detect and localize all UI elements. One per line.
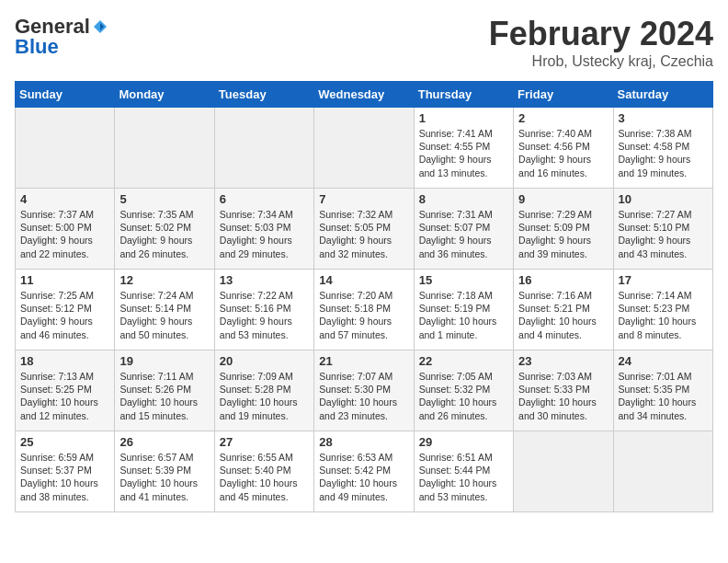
calendar-cell: 2Sunrise: 7:40 AM Sunset: 4:56 PM Daylig… bbox=[514, 108, 613, 189]
logo-icon bbox=[92, 18, 108, 35]
day-number: 16 bbox=[518, 273, 608, 287]
day-info: Sunrise: 6:55 AM Sunset: 5:40 PM Dayligh… bbox=[220, 451, 309, 503]
day-of-week-header: Sunday bbox=[16, 82, 115, 108]
day-info: Sunrise: 7:14 AM Sunset: 5:23 PM Dayligh… bbox=[619, 289, 708, 341]
day-number: 24 bbox=[619, 354, 708, 368]
day-info: Sunrise: 7:29 AM Sunset: 5:09 PM Dayligh… bbox=[518, 208, 608, 260]
day-info: Sunrise: 7:35 AM Sunset: 5:02 PM Dayligh… bbox=[119, 208, 209, 260]
day-info: Sunrise: 7:03 AM Sunset: 5:33 PM Dayligh… bbox=[518, 370, 608, 422]
day-info: Sunrise: 7:27 AM Sunset: 5:10 PM Dayligh… bbox=[619, 208, 708, 260]
calendar-cell bbox=[314, 108, 414, 189]
day-number: 19 bbox=[119, 354, 209, 368]
day-number: 12 bbox=[119, 273, 209, 287]
calendar-cell: 25Sunrise: 6:59 AM Sunset: 5:37 PM Dayli… bbox=[16, 431, 115, 512]
day-number: 26 bbox=[119, 435, 209, 449]
day-number: 23 bbox=[518, 354, 608, 368]
calendar-cell: 7Sunrise: 7:32 AM Sunset: 5:05 PM Daylig… bbox=[314, 189, 414, 270]
day-info: Sunrise: 7:05 AM Sunset: 5:32 PM Dayligh… bbox=[419, 370, 508, 422]
day-number: 14 bbox=[319, 273, 408, 287]
calendar-cell: 15Sunrise: 7:18 AM Sunset: 5:19 PM Dayli… bbox=[414, 270, 513, 350]
day-number: 28 bbox=[319, 435, 408, 449]
day-number: 15 bbox=[419, 273, 508, 287]
calendar-cell: 5Sunrise: 7:35 AM Sunset: 5:02 PM Daylig… bbox=[115, 189, 214, 270]
calendar-cell: 14Sunrise: 7:20 AM Sunset: 5:18 PM Dayli… bbox=[314, 270, 414, 350]
calendar-cell: 16Sunrise: 7:16 AM Sunset: 5:21 PM Dayli… bbox=[514, 270, 613, 350]
day-number: 9 bbox=[518, 192, 608, 206]
calendar-week-row: 4Sunrise: 7:37 AM Sunset: 5:00 PM Daylig… bbox=[16, 189, 713, 270]
page-header: General Blue February 2024 Hrob, Ustecky… bbox=[15, 15, 713, 70]
calendar-cell: 11Sunrise: 7:25 AM Sunset: 5:12 PM Dayli… bbox=[16, 270, 115, 350]
day-number: 25 bbox=[20, 435, 109, 449]
calendar-week-row: 1Sunrise: 7:41 AM Sunset: 4:55 PM Daylig… bbox=[16, 108, 713, 189]
day-info: Sunrise: 7:38 AM Sunset: 4:58 PM Dayligh… bbox=[619, 127, 708, 179]
day-info: Sunrise: 7:13 AM Sunset: 5:25 PM Dayligh… bbox=[20, 370, 109, 422]
day-number: 11 bbox=[20, 273, 109, 287]
day-number: 5 bbox=[119, 192, 209, 206]
day-number: 3 bbox=[619, 111, 708, 125]
calendar-cell: 18Sunrise: 7:13 AM Sunset: 5:25 PM Dayli… bbox=[16, 350, 115, 431]
calendar-cell: 12Sunrise: 7:24 AM Sunset: 5:14 PM Dayli… bbox=[115, 270, 214, 350]
logo: General Blue bbox=[15, 15, 108, 59]
day-info: Sunrise: 7:31 AM Sunset: 5:07 PM Dayligh… bbox=[419, 208, 508, 260]
day-of-week-header: Monday bbox=[115, 82, 214, 108]
calendar-cell bbox=[514, 431, 613, 512]
day-info: Sunrise: 7:09 AM Sunset: 5:28 PM Dayligh… bbox=[220, 370, 309, 422]
day-number: 2 bbox=[518, 111, 608, 125]
day-info: Sunrise: 7:07 AM Sunset: 5:30 PM Dayligh… bbox=[319, 370, 408, 422]
day-info: Sunrise: 6:51 AM Sunset: 5:44 PM Dayligh… bbox=[419, 451, 508, 503]
logo-blue-text: Blue bbox=[15, 35, 59, 59]
calendar-cell bbox=[16, 108, 115, 189]
day-info: Sunrise: 7:40 AM Sunset: 4:56 PM Dayligh… bbox=[518, 127, 608, 179]
day-number: 20 bbox=[220, 354, 309, 368]
calendar-cell: 1Sunrise: 7:41 AM Sunset: 4:55 PM Daylig… bbox=[414, 108, 513, 189]
day-number: 4 bbox=[20, 192, 109, 206]
day-info: Sunrise: 7:22 AM Sunset: 5:16 PM Dayligh… bbox=[220, 289, 309, 341]
day-number: 18 bbox=[20, 354, 109, 368]
day-number: 1 bbox=[419, 111, 508, 125]
day-info: Sunrise: 6:59 AM Sunset: 5:37 PM Dayligh… bbox=[20, 451, 109, 503]
calendar-cell: 13Sunrise: 7:22 AM Sunset: 5:16 PM Dayli… bbox=[214, 270, 313, 350]
calendar-cell: 20Sunrise: 7:09 AM Sunset: 5:28 PM Dayli… bbox=[214, 350, 313, 431]
calendar-table: SundayMondayTuesdayWednesdayThursdayFrid… bbox=[15, 81, 713, 512]
day-info: Sunrise: 7:20 AM Sunset: 5:18 PM Dayligh… bbox=[319, 289, 408, 341]
calendar-cell: 26Sunrise: 6:57 AM Sunset: 5:39 PM Dayli… bbox=[115, 431, 214, 512]
calendar-week-row: 25Sunrise: 6:59 AM Sunset: 5:37 PM Dayli… bbox=[16, 431, 713, 512]
day-info: Sunrise: 7:25 AM Sunset: 5:12 PM Dayligh… bbox=[20, 289, 109, 341]
calendar-cell: 17Sunrise: 7:14 AM Sunset: 5:23 PM Dayli… bbox=[613, 270, 712, 350]
day-of-week-header: Saturday bbox=[613, 82, 712, 108]
calendar-cell: 3Sunrise: 7:38 AM Sunset: 4:58 PM Daylig… bbox=[613, 108, 712, 189]
day-number: 13 bbox=[220, 273, 309, 287]
calendar-cell bbox=[214, 108, 313, 189]
calendar-cell: 27Sunrise: 6:55 AM Sunset: 5:40 PM Dayli… bbox=[214, 431, 313, 512]
day-info: Sunrise: 7:32 AM Sunset: 5:05 PM Dayligh… bbox=[319, 208, 408, 260]
day-number: 21 bbox=[319, 354, 408, 368]
calendar-cell bbox=[613, 431, 712, 512]
day-info: Sunrise: 7:16 AM Sunset: 5:21 PM Dayligh… bbox=[518, 289, 608, 341]
calendar-cell: 24Sunrise: 7:01 AM Sunset: 5:35 PM Dayli… bbox=[613, 350, 712, 431]
calendar-cell: 10Sunrise: 7:27 AM Sunset: 5:10 PM Dayli… bbox=[613, 189, 712, 270]
calendar-cell: 4Sunrise: 7:37 AM Sunset: 5:00 PM Daylig… bbox=[16, 189, 115, 270]
calendar-header-row: SundayMondayTuesdayWednesdayThursdayFrid… bbox=[16, 82, 713, 108]
day-number: 10 bbox=[619, 192, 708, 206]
day-of-week-header: Thursday bbox=[414, 82, 513, 108]
calendar-cell: 9Sunrise: 7:29 AM Sunset: 5:09 PM Daylig… bbox=[514, 189, 613, 270]
day-number: 6 bbox=[220, 192, 309, 206]
calendar-cell: 6Sunrise: 7:34 AM Sunset: 5:03 PM Daylig… bbox=[214, 189, 313, 270]
day-of-week-header: Friday bbox=[514, 82, 613, 108]
calendar-subtitle: Hrob, Ustecky kraj, Czechia bbox=[489, 53, 713, 70]
day-number: 29 bbox=[419, 435, 508, 449]
day-info: Sunrise: 7:11 AM Sunset: 5:26 PM Dayligh… bbox=[119, 370, 209, 422]
day-info: Sunrise: 7:34 AM Sunset: 5:03 PM Dayligh… bbox=[220, 208, 309, 260]
day-info: Sunrise: 7:24 AM Sunset: 5:14 PM Dayligh… bbox=[119, 289, 209, 341]
day-info: Sunrise: 6:53 AM Sunset: 5:42 PM Dayligh… bbox=[319, 451, 408, 503]
day-info: Sunrise: 7:37 AM Sunset: 5:00 PM Dayligh… bbox=[20, 208, 109, 260]
day-number: 7 bbox=[319, 192, 408, 206]
day-number: 8 bbox=[419, 192, 508, 206]
calendar-cell: 22Sunrise: 7:05 AM Sunset: 5:32 PM Dayli… bbox=[414, 350, 513, 431]
calendar-cell: 19Sunrise: 7:11 AM Sunset: 5:26 PM Dayli… bbox=[115, 350, 214, 431]
day-number: 27 bbox=[220, 435, 309, 449]
calendar-cell: 29Sunrise: 6:51 AM Sunset: 5:44 PM Dayli… bbox=[414, 431, 513, 512]
calendar-cell: 28Sunrise: 6:53 AM Sunset: 5:42 PM Dayli… bbox=[314, 431, 414, 512]
day-of-week-header: Tuesday bbox=[214, 82, 313, 108]
calendar-week-row: 11Sunrise: 7:25 AM Sunset: 5:12 PM Dayli… bbox=[16, 270, 713, 350]
